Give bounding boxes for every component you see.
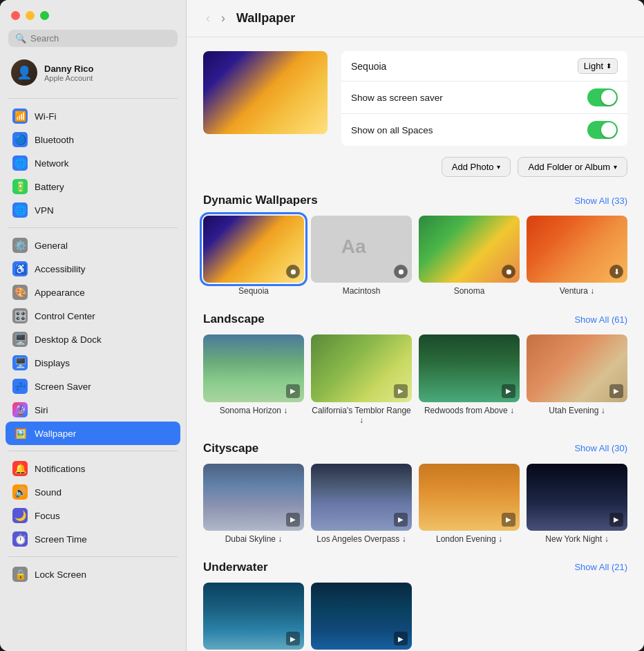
wallpaper-item-california[interactable]: ▶ California's Temblor Range ↓: [311, 334, 412, 424]
wallpaper-item-sequoia[interactable]: ⏺ Sequoia: [203, 216, 304, 296]
sidebar-label-notifications: Notifications: [35, 464, 86, 474]
sidebar-item-battery[interactable]: 🔋 Battery: [6, 175, 180, 198]
add-folder-button[interactable]: Add Folder or Album ▾: [518, 157, 627, 177]
network-icon: 🌐: [12, 155, 28, 171]
sidebar-item-siri[interactable]: 🔮 Siri: [6, 398, 180, 422]
wallpaper-item-redwoods[interactable]: ▶ Redwoods from Above ↓: [419, 334, 520, 424]
underwater-show-all[interactable]: Show All (21): [574, 562, 627, 572]
sidebar-label-lock-screen: Lock Screen: [35, 569, 86, 580]
sidebar-item-screen-saver[interactable]: 💤 Screen Saver: [6, 375, 180, 398]
add-photo-button[interactable]: Add Photo ▾: [442, 157, 511, 177]
dynamic-show-all[interactable]: Show All (33): [574, 196, 627, 206]
thumb-macintosh: ⏺: [311, 216, 412, 283]
battery-icon: 🔋: [12, 179, 28, 194]
toggle-knob-screensaver: [601, 90, 616, 105]
sidebar-label-screen-saver: Screen Saver: [35, 381, 91, 392]
main-header: ‹ › Wallpaper: [187, 0, 644, 37]
sidebar-item-focus[interactable]: 🌙 Focus: [6, 504, 180, 527]
close-button[interactable]: [11, 11, 20, 20]
back-button[interactable]: ‹: [203, 10, 213, 27]
minimize-button[interactable]: [26, 11, 35, 20]
appearance-icon: 🎨: [12, 285, 28, 300]
wallpaper-item-dubai[interactable]: ▶ Dubai Skyline ↓: [203, 464, 304, 544]
add-folder-label: Add Folder or Album: [528, 162, 610, 172]
thumb-sonoma-horizon: ▶: [203, 334, 304, 402]
sidebar-item-desktop-dock[interactable]: 🖥️ Desktop & Dock: [6, 328, 180, 351]
divider-3: [8, 451, 178, 451]
landscape-section-title: Landscape: [203, 312, 265, 326]
lock-screen-icon: 🔒: [12, 567, 28, 582]
wallpaper-icon: 🖼️: [12, 426, 28, 441]
control-center-icon: 🎛️: [12, 308, 28, 323]
underwater-grid: ▶ ▶: [203, 583, 627, 650]
wallpaper-name-la: Los Angeles Overpass ↓: [316, 534, 406, 544]
underwater-section-header: Underwater Show All (21): [203, 560, 627, 574]
wallpaper-item-la[interactable]: ▶ Los Angeles Overpass ↓: [311, 464, 412, 544]
user-section[interactable]: 👤 Danny Rico Apple Account: [0, 54, 186, 94]
wallpaper-item-london[interactable]: ▶ London Evening ↓: [419, 464, 520, 544]
sidebar-item-screen-time[interactable]: ⏱️ Screen Time: [6, 527, 180, 551]
play-badge-california: ▶: [394, 384, 408, 398]
sidebar-label-battery: Battery: [35, 182, 64, 192]
action-row: Add Photo ▾ Add Folder or Album ▾: [341, 157, 627, 177]
show-screensaver-toggle[interactable]: [587, 88, 618, 106]
dynamic-section-title: Dynamic Wallpapers: [203, 194, 318, 207]
current-wallpaper-preview: [203, 51, 328, 134]
sidebar-item-lock-screen[interactable]: 🔒 Lock Screen: [6, 563, 180, 586]
sidebar-item-network[interactable]: 🌐 Network: [6, 151, 180, 175]
cityscape-show-all[interactable]: Show All (30): [574, 443, 627, 453]
screen-time-icon: ⏱️: [12, 531, 28, 547]
thumb-sequoia: ⏺: [203, 216, 304, 283]
wallpaper-item-utah[interactable]: ▶ Utah Evening ↓: [527, 334, 627, 424]
avatar: 👤: [11, 59, 37, 86]
wallpaper-item-ventura[interactable]: ⬇ Ventura ↓: [527, 216, 627, 296]
appearance-select[interactable]: Light ⬍: [578, 58, 618, 74]
sidebar-item-notifications[interactable]: 🔔 Notifications: [6, 457, 180, 480]
content-area: Sequoia Light ⬍ Show as screen saver: [187, 37, 644, 651]
thumb-redwoods: ▶: [419, 334, 520, 402]
wallpaper-item-sonoma-horizon[interactable]: ▶ Sonoma Horizon ↓: [203, 334, 304, 424]
wallpaper-item-uw2[interactable]: ▶: [311, 583, 412, 650]
show-spaces-toggle[interactable]: [587, 121, 618, 139]
wallpaper-item-sonoma[interactable]: ⏺ Sonoma: [419, 216, 520, 296]
play-badge-utah: ▶: [609, 384, 623, 398]
search-bar[interactable]: 🔍: [8, 30, 178, 47]
sidebar-label-vpn: VPN: [35, 205, 54, 216]
sidebar-item-control-center[interactable]: 🎛️ Control Center: [6, 304, 180, 328]
wallpaper-name-macintosh: Macintosh: [343, 286, 381, 296]
wallpaper-item-nynight[interactable]: ▶ New York Night ↓: [527, 464, 627, 544]
wallpaper-item-uw1[interactable]: ▶: [203, 583, 304, 650]
wallpaper-item-macintosh[interactable]: ⏺ Macintosh: [311, 216, 412, 296]
sidebar-item-wifi[interactable]: 📶 Wi-Fi: [6, 104, 180, 128]
landscape-show-all[interactable]: Show All (61): [574, 314, 627, 325]
sidebar-item-vpn[interactable]: 🌐 VPN: [6, 198, 180, 222]
wallpaper-name-utah: Utah Evening ↓: [549, 406, 605, 415]
sidebar-item-bluetooth[interactable]: 🔵 Bluetooth: [6, 128, 180, 151]
chevron-down-icon: ▾: [497, 163, 500, 171]
cityscape-grid: ▶ Dubai Skyline ↓ ▶ Los Angeles Overpass…: [203, 464, 627, 544]
thumb-london: ▶: [419, 464, 520, 531]
sidebar-item-displays[interactable]: 🖥️ Displays: [6, 351, 180, 375]
displays-icon: 🖥️: [12, 355, 28, 370]
dynamic-section-header: Dynamic Wallpapers Show All (33): [203, 194, 627, 207]
play-badge-uw1: ▶: [286, 632, 300, 645]
sidebar-item-appearance[interactable]: 🎨 Appearance: [6, 281, 180, 304]
maximize-button[interactable]: [40, 11, 49, 20]
sidebar-item-accessibility[interactable]: ♿ Accessibility: [6, 257, 180, 281]
sidebar-item-wallpaper[interactable]: 🖼️ Wallpaper: [6, 422, 180, 445]
search-input[interactable]: [30, 33, 171, 44]
play-badge-uw2: ▶: [394, 632, 408, 645]
sidebar-label-network: Network: [35, 158, 69, 169]
divider-2: [8, 227, 178, 228]
settings-panel: Sequoia Light ⬍ Show as screen saver: [341, 51, 627, 177]
landscape-section-header: Landscape Show All (61): [203, 312, 627, 326]
add-photo-label: Add Photo: [452, 162, 494, 172]
sidebar-label-screen-time: Screen Time: [35, 534, 87, 545]
sidebar-item-general[interactable]: ⚙️ General: [6, 234, 180, 257]
wallpaper-name-nynight: New York Night ↓: [545, 534, 608, 544]
thumb-uw1: ▶: [203, 583, 304, 650]
sidebar-item-sound[interactable]: 🔊 Sound: [6, 480, 180, 504]
forward-button[interactable]: ›: [218, 10, 228, 27]
focus-icon: 🌙: [12, 508, 28, 523]
play-badge-sonoma-horizon: ▶: [286, 384, 300, 398]
